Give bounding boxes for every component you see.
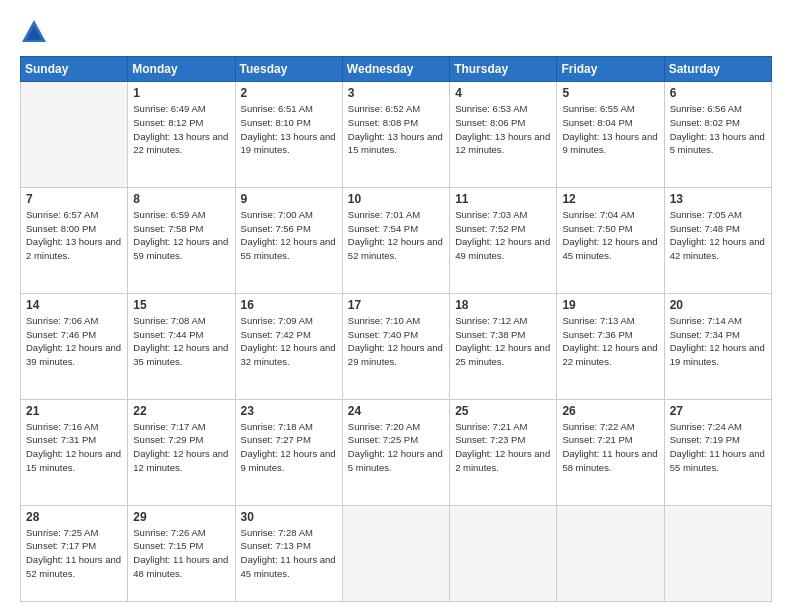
day-info: Sunrise: 7:26 AMSunset: 7:15 PMDaylight:… <box>133 526 229 581</box>
calendar-day: 5Sunrise: 6:55 AMSunset: 8:04 PMDaylight… <box>557 82 664 188</box>
day-number: 1 <box>133 86 229 100</box>
day-info: Sunrise: 7:20 AMSunset: 7:25 PMDaylight:… <box>348 420 444 475</box>
calendar-day: 21Sunrise: 7:16 AMSunset: 7:31 PMDayligh… <box>21 399 128 505</box>
day-info: Sunrise: 6:49 AMSunset: 8:12 PMDaylight:… <box>133 102 229 157</box>
calendar-day: 24Sunrise: 7:20 AMSunset: 7:25 PMDayligh… <box>342 399 449 505</box>
day-number: 26 <box>562 404 658 418</box>
day-number: 5 <box>562 86 658 100</box>
calendar-day <box>664 505 771 601</box>
day-info: Sunrise: 6:52 AMSunset: 8:08 PMDaylight:… <box>348 102 444 157</box>
day-info: Sunrise: 7:28 AMSunset: 7:13 PMDaylight:… <box>241 526 337 581</box>
calendar-day: 12Sunrise: 7:04 AMSunset: 7:50 PMDayligh… <box>557 187 664 293</box>
weekday-header-saturday: Saturday <box>664 57 771 82</box>
day-number: 20 <box>670 298 766 312</box>
day-info: Sunrise: 7:16 AMSunset: 7:31 PMDaylight:… <box>26 420 122 475</box>
logo <box>20 18 52 46</box>
day-number: 12 <box>562 192 658 206</box>
calendar-day <box>557 505 664 601</box>
calendar-week-4: 28Sunrise: 7:25 AMSunset: 7:17 PMDayligh… <box>21 505 772 601</box>
logo-icon <box>20 18 48 46</box>
calendar-week-2: 14Sunrise: 7:06 AMSunset: 7:46 PMDayligh… <box>21 293 772 399</box>
calendar-day: 10Sunrise: 7:01 AMSunset: 7:54 PMDayligh… <box>342 187 449 293</box>
day-number: 2 <box>241 86 337 100</box>
calendar-week-0: 1Sunrise: 6:49 AMSunset: 8:12 PMDaylight… <box>21 82 772 188</box>
calendar-day: 11Sunrise: 7:03 AMSunset: 7:52 PMDayligh… <box>450 187 557 293</box>
day-info: Sunrise: 7:04 AMSunset: 7:50 PMDaylight:… <box>562 208 658 263</box>
calendar-day: 6Sunrise: 6:56 AMSunset: 8:02 PMDaylight… <box>664 82 771 188</box>
header <box>20 18 772 46</box>
day-number: 13 <box>670 192 766 206</box>
day-info: Sunrise: 7:17 AMSunset: 7:29 PMDaylight:… <box>133 420 229 475</box>
day-number: 30 <box>241 510 337 524</box>
weekday-header-tuesday: Tuesday <box>235 57 342 82</box>
day-info: Sunrise: 6:55 AMSunset: 8:04 PMDaylight:… <box>562 102 658 157</box>
day-info: Sunrise: 7:14 AMSunset: 7:34 PMDaylight:… <box>670 314 766 369</box>
calendar-day: 14Sunrise: 7:06 AMSunset: 7:46 PMDayligh… <box>21 293 128 399</box>
day-info: Sunrise: 7:00 AMSunset: 7:56 PMDaylight:… <box>241 208 337 263</box>
calendar-day: 22Sunrise: 7:17 AMSunset: 7:29 PMDayligh… <box>128 399 235 505</box>
calendar-day: 23Sunrise: 7:18 AMSunset: 7:27 PMDayligh… <box>235 399 342 505</box>
day-info: Sunrise: 7:13 AMSunset: 7:36 PMDaylight:… <box>562 314 658 369</box>
day-info: Sunrise: 6:56 AMSunset: 8:02 PMDaylight:… <box>670 102 766 157</box>
weekday-row: SundayMondayTuesdayWednesdayThursdayFrid… <box>21 57 772 82</box>
calendar-day: 27Sunrise: 7:24 AMSunset: 7:19 PMDayligh… <box>664 399 771 505</box>
day-number: 9 <box>241 192 337 206</box>
day-info: Sunrise: 6:59 AMSunset: 7:58 PMDaylight:… <box>133 208 229 263</box>
day-info: Sunrise: 7:05 AMSunset: 7:48 PMDaylight:… <box>670 208 766 263</box>
day-number: 18 <box>455 298 551 312</box>
day-number: 25 <box>455 404 551 418</box>
weekday-header-wednesday: Wednesday <box>342 57 449 82</box>
day-number: 15 <box>133 298 229 312</box>
calendar-day: 8Sunrise: 6:59 AMSunset: 7:58 PMDaylight… <box>128 187 235 293</box>
day-number: 27 <box>670 404 766 418</box>
day-info: Sunrise: 7:08 AMSunset: 7:44 PMDaylight:… <box>133 314 229 369</box>
calendar-week-1: 7Sunrise: 6:57 AMSunset: 8:00 PMDaylight… <box>21 187 772 293</box>
day-number: 16 <box>241 298 337 312</box>
day-info: Sunrise: 6:53 AMSunset: 8:06 PMDaylight:… <box>455 102 551 157</box>
day-number: 24 <box>348 404 444 418</box>
calendar-day <box>450 505 557 601</box>
day-info: Sunrise: 7:10 AMSunset: 7:40 PMDaylight:… <box>348 314 444 369</box>
day-info: Sunrise: 7:22 AMSunset: 7:21 PMDaylight:… <box>562 420 658 475</box>
day-info: Sunrise: 7:24 AMSunset: 7:19 PMDaylight:… <box>670 420 766 475</box>
day-info: Sunrise: 7:18 AMSunset: 7:27 PMDaylight:… <box>241 420 337 475</box>
calendar-day: 16Sunrise: 7:09 AMSunset: 7:42 PMDayligh… <box>235 293 342 399</box>
calendar-day: 7Sunrise: 6:57 AMSunset: 8:00 PMDaylight… <box>21 187 128 293</box>
calendar-day <box>342 505 449 601</box>
day-info: Sunrise: 7:12 AMSunset: 7:38 PMDaylight:… <box>455 314 551 369</box>
calendar-day: 18Sunrise: 7:12 AMSunset: 7:38 PMDayligh… <box>450 293 557 399</box>
day-number: 19 <box>562 298 658 312</box>
calendar-day: 1Sunrise: 6:49 AMSunset: 8:12 PMDaylight… <box>128 82 235 188</box>
day-number: 8 <box>133 192 229 206</box>
calendar-day: 2Sunrise: 6:51 AMSunset: 8:10 PMDaylight… <box>235 82 342 188</box>
calendar-day <box>21 82 128 188</box>
calendar-header: SundayMondayTuesdayWednesdayThursdayFrid… <box>21 57 772 82</box>
day-number: 21 <box>26 404 122 418</box>
day-number: 3 <box>348 86 444 100</box>
day-number: 22 <box>133 404 229 418</box>
calendar-day: 28Sunrise: 7:25 AMSunset: 7:17 PMDayligh… <box>21 505 128 601</box>
weekday-header-thursday: Thursday <box>450 57 557 82</box>
day-number: 11 <box>455 192 551 206</box>
day-number: 14 <box>26 298 122 312</box>
day-number: 6 <box>670 86 766 100</box>
calendar-day: 20Sunrise: 7:14 AMSunset: 7:34 PMDayligh… <box>664 293 771 399</box>
calendar-table: SundayMondayTuesdayWednesdayThursdayFrid… <box>20 56 772 602</box>
calendar-day: 9Sunrise: 7:00 AMSunset: 7:56 PMDaylight… <box>235 187 342 293</box>
calendar-day: 30Sunrise: 7:28 AMSunset: 7:13 PMDayligh… <box>235 505 342 601</box>
day-number: 29 <box>133 510 229 524</box>
day-info: Sunrise: 7:01 AMSunset: 7:54 PMDaylight:… <box>348 208 444 263</box>
day-info: Sunrise: 7:25 AMSunset: 7:17 PMDaylight:… <box>26 526 122 581</box>
page: SundayMondayTuesdayWednesdayThursdayFrid… <box>0 0 792 612</box>
day-number: 10 <box>348 192 444 206</box>
weekday-header-friday: Friday <box>557 57 664 82</box>
calendar-day: 17Sunrise: 7:10 AMSunset: 7:40 PMDayligh… <box>342 293 449 399</box>
day-info: Sunrise: 7:21 AMSunset: 7:23 PMDaylight:… <box>455 420 551 475</box>
weekday-header-sunday: Sunday <box>21 57 128 82</box>
day-number: 23 <box>241 404 337 418</box>
calendar-day: 15Sunrise: 7:08 AMSunset: 7:44 PMDayligh… <box>128 293 235 399</box>
calendar-day: 29Sunrise: 7:26 AMSunset: 7:15 PMDayligh… <box>128 505 235 601</box>
day-info: Sunrise: 7:03 AMSunset: 7:52 PMDaylight:… <box>455 208 551 263</box>
calendar-day: 19Sunrise: 7:13 AMSunset: 7:36 PMDayligh… <box>557 293 664 399</box>
day-info: Sunrise: 6:57 AMSunset: 8:00 PMDaylight:… <box>26 208 122 263</box>
